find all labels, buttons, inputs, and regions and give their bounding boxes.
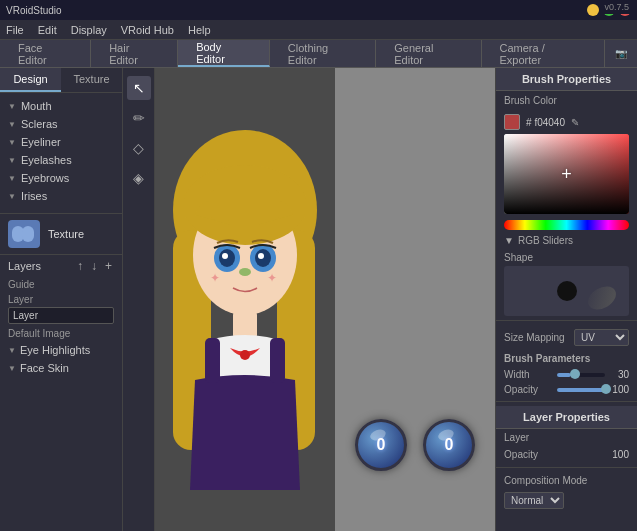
sub-category-face-skin[interactable]: ▼ Face Skin bbox=[0, 359, 122, 377]
chevron-icon: ▼ bbox=[8, 138, 16, 147]
minimize-button[interactable] bbox=[587, 4, 599, 16]
tab-general-editor[interactable]: General Editor bbox=[376, 40, 481, 67]
width-value: 30 bbox=[609, 369, 629, 380]
guide-section: Guide bbox=[0, 277, 122, 292]
opacity-label: Opacity bbox=[504, 384, 552, 395]
app-title: VRoidStudio bbox=[6, 5, 62, 16]
svg-point-16 bbox=[240, 350, 250, 360]
size-mapping-label: Size Mapping bbox=[504, 332, 570, 343]
layer-input[interactable] bbox=[8, 307, 114, 324]
opacity-slider-fill bbox=[557, 388, 605, 392]
texture-tab[interactable]: Texture bbox=[61, 68, 122, 92]
texture-label: Texture bbox=[48, 228, 84, 240]
composition-mode-select[interactable]: Normal Multiply Screen Overlay bbox=[504, 492, 564, 509]
layer-opacity-value: 100 bbox=[612, 449, 629, 460]
category-mouth[interactable]: ▼ Mouth bbox=[0, 97, 122, 115]
right-panel: Brush Properties Brush Color # f04040 ✎ … bbox=[495, 68, 637, 531]
menu-display[interactable]: Display bbox=[71, 24, 107, 36]
svg-rect-5 bbox=[210, 190, 280, 220]
chevron-icon: ▼ bbox=[8, 364, 16, 373]
category-eyelashes[interactable]: ▼ Eyelashes bbox=[0, 151, 122, 169]
layer-down-button[interactable]: ↓ bbox=[89, 259, 99, 273]
divider bbox=[496, 320, 637, 321]
layers-label: Layers bbox=[8, 260, 41, 272]
chevron-icon: ▼ bbox=[504, 235, 514, 246]
opacity-row: Opacity 100 bbox=[496, 382, 637, 397]
menu-vroid-hub[interactable]: VRoid Hub bbox=[121, 24, 174, 36]
layer-up-button[interactable]: ↑ bbox=[75, 259, 85, 273]
cursor-tool[interactable]: ↖ bbox=[127, 76, 151, 100]
tab-bar: Face Editor Hair Editor Body Editor Clot… bbox=[0, 40, 637, 68]
size-mapping-select[interactable]: UV bbox=[574, 329, 629, 346]
color-swatch[interactable] bbox=[504, 114, 520, 130]
layer-label: Layer bbox=[504, 432, 629, 443]
composition-mode-row: Composition Mode bbox=[496, 472, 637, 489]
chevron-icon: ▼ bbox=[8, 346, 16, 355]
canvas-right bbox=[335, 68, 495, 531]
eraser-tool[interactable]: ◇ bbox=[127, 136, 151, 160]
design-texture-tabs: Design Texture bbox=[0, 68, 122, 93]
add-layer-button[interactable]: + bbox=[103, 259, 114, 273]
width-row: Width 30 bbox=[496, 367, 637, 382]
category-eyeliner[interactable]: ▼ Eyeliner bbox=[0, 133, 122, 151]
main-layout: Design Texture ▼ Mouth ▼ Scleras ▼ Eyeli… bbox=[0, 68, 637, 531]
orb-shine bbox=[369, 428, 387, 443]
category-scleras[interactable]: ▼ Scleras bbox=[0, 115, 122, 133]
svg-text:✦: ✦ bbox=[267, 271, 277, 285]
category-list: ▼ Mouth ▼ Scleras ▼ Eyeliner ▼ Eyelashes… bbox=[0, 93, 122, 209]
brush-params-title: Brush Parameters bbox=[496, 350, 637, 367]
chevron-icon: ▼ bbox=[8, 102, 16, 111]
category-irises[interactable]: ▼ Irises bbox=[0, 187, 122, 205]
brush-stroke bbox=[584, 282, 620, 314]
opacity-slider[interactable] bbox=[557, 388, 605, 392]
sub-category-eye-highlights[interactable]: ▼ Eye Highlights bbox=[0, 341, 122, 359]
tab-hair-editor[interactable]: Hair Editor bbox=[91, 40, 178, 67]
color-row: Brush Color bbox=[496, 91, 637, 110]
version-badge: v0.7.5 bbox=[600, 0, 633, 14]
opacity-slider-thumb[interactable] bbox=[601, 384, 611, 394]
width-slider-thumb[interactable] bbox=[570, 369, 580, 379]
category-eyebrows[interactable]: ▼ Eyebrows bbox=[0, 169, 122, 187]
orb-right bbox=[423, 419, 475, 471]
shape-preview bbox=[504, 266, 629, 316]
default-image-label: Default Image bbox=[8, 328, 70, 339]
texture-icon bbox=[8, 220, 40, 248]
brush-color-label: Brush Color bbox=[504, 95, 557, 106]
edit-color-icon[interactable]: ✎ bbox=[571, 117, 579, 128]
composition-mode-label: Composition Mode bbox=[504, 475, 629, 486]
shape-label: Shape bbox=[496, 249, 637, 266]
rgb-toggle[interactable]: ▼ RGB Sliders bbox=[496, 232, 637, 249]
hue-bar[interactable] bbox=[504, 220, 629, 230]
layer-label: Layer bbox=[8, 294, 33, 305]
color-picker[interactable]: + bbox=[504, 134, 629, 214]
title-bar: VRoidStudio v0.7.5 bbox=[0, 0, 637, 20]
layer-section: Layer bbox=[0, 292, 122, 326]
orb-row bbox=[355, 419, 475, 471]
default-image-section: Default Image bbox=[0, 326, 122, 341]
camera-icon[interactable]: 📷 bbox=[615, 48, 627, 59]
width-slider-fill bbox=[557, 373, 572, 377]
chevron-icon: ▼ bbox=[8, 156, 16, 165]
texture-preview: Texture bbox=[0, 213, 122, 255]
width-label: Width bbox=[504, 369, 552, 380]
opacity-value: 100 bbox=[609, 384, 629, 395]
menu-help[interactable]: Help bbox=[188, 24, 211, 36]
pencil-tool[interactable]: ✏ bbox=[127, 106, 151, 130]
color-hex: # f04040 bbox=[526, 117, 565, 128]
tab-clothing-editor[interactable]: Clothing Editor bbox=[270, 40, 376, 67]
tab-face-editor[interactable]: Face Editor bbox=[0, 40, 91, 67]
design-tab[interactable]: Design bbox=[0, 68, 61, 92]
menu-edit[interactable]: Edit bbox=[38, 24, 57, 36]
svg-point-11 bbox=[258, 253, 264, 259]
chevron-icon: ▼ bbox=[8, 120, 16, 129]
divider bbox=[496, 467, 637, 468]
tab-body-editor[interactable]: Body Editor bbox=[178, 40, 270, 67]
layer-label-row: Layer bbox=[496, 429, 637, 446]
picker-plus: + bbox=[561, 164, 572, 185]
canvas-area[interactable]: ✦ ✦ bbox=[155, 68, 495, 531]
menu-file[interactable]: File bbox=[6, 24, 24, 36]
width-slider[interactable] bbox=[557, 373, 605, 377]
layer-opacity-row: Opacity 100 bbox=[496, 446, 637, 463]
droplet-tool[interactable]: ◈ bbox=[127, 166, 151, 190]
tab-camera-exporter[interactable]: Camera / Exporter bbox=[482, 40, 605, 67]
